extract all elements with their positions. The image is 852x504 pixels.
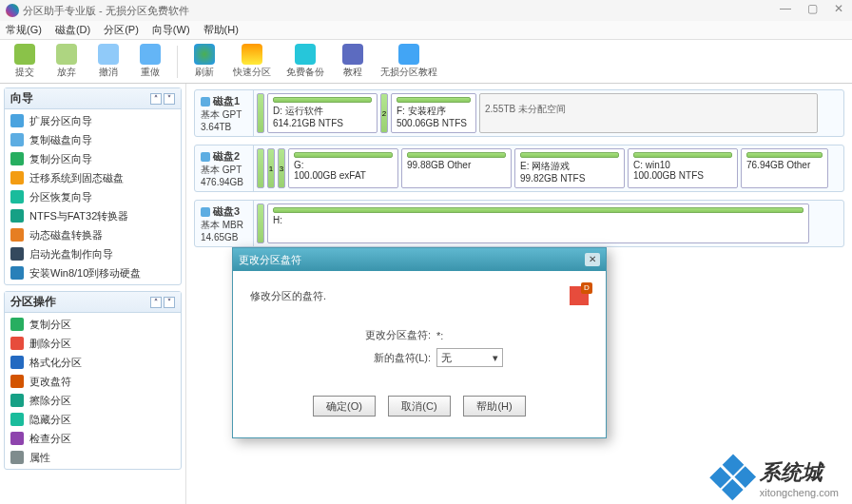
discard-button[interactable]: 放弃 [46, 42, 87, 82]
ops-item[interactable]: 隐藏分区 [5, 410, 181, 429]
disk-row: 磁盘3基本 MBR14.65GBH: [194, 200, 844, 247]
panel-up-icon[interactable]: ˄ [150, 93, 162, 105]
current-letter-label: 更改分区盘符: [336, 328, 431, 342]
action-icon [10, 247, 24, 261]
ops-item[interactable]: 检查分区 [5, 429, 181, 448]
new-letter-label: 新的盘符(L): [336, 351, 431, 365]
close-button[interactable]: ✕ [825, 2, 852, 19]
partition[interactable]: 76.94GB Other [741, 148, 828, 188]
ok-button[interactable]: 确定(O) [313, 396, 376, 417]
item-label: NTFS与FAT32转换器 [29, 209, 128, 223]
action-icon [10, 171, 24, 184]
action-icon [10, 432, 24, 445]
action-icon [10, 318, 24, 331]
lossless-tutorial-button[interactable]: 无损分区教程 [374, 42, 444, 82]
disk-info: 磁盘1基本 GPT3.64TB [195, 90, 254, 136]
redo-button[interactable]: 重做 [129, 42, 171, 82]
item-label: 启动光盘制作向导 [29, 247, 113, 262]
current-letter-value: *: [436, 330, 443, 341]
ops-item[interactable]: 复制分区 [5, 315, 181, 334]
menu-bar: 常规(G) 磁盘(D) 分区(P) 向导(W) 帮助(H) [0, 21, 852, 40]
partition-stub[interactable]: 1 [267, 148, 275, 188]
panel-down-icon[interactable]: ˅ [164, 297, 175, 308]
wizard-item[interactable]: 复制磁盘向导 [5, 130, 181, 149]
partition[interactable]: C: win10100.00GB NTFS [628, 148, 738, 188]
partition[interactable]: E: 网络游戏99.82GB NTFS [514, 148, 625, 188]
menu-partition[interactable]: 分区(P) [104, 23, 139, 37]
undo-button[interactable]: 撤消 [87, 42, 129, 82]
partition[interactable]: G:100.00GB exFAT [288, 148, 398, 188]
item-label: 删除分区 [29, 337, 71, 351]
action-icon [10, 266, 24, 280]
item-label: 更改盘符 [29, 375, 71, 389]
maximize-button[interactable]: ▢ [799, 2, 825, 19]
window-title: 分区助手专业版 - 无损分区免费软件 [23, 4, 189, 18]
minimize-button[interactable]: — [772, 2, 799, 19]
dialog-close-icon[interactable]: ✕ [585, 253, 600, 266]
item-label: 复制分区 [29, 318, 71, 332]
panel-down-icon[interactable]: ˅ [164, 93, 175, 105]
disk-row: 磁盘1基本 GPT3.64TBD: 运行软件614.21GB NTFS2F: 安… [194, 89, 844, 137]
unallocated-space[interactable]: 2.55TB 未分配空间 [479, 93, 818, 133]
partition[interactable]: F: 安装程序500.06GB NTFS [391, 93, 476, 133]
item-label: 安装Win8/10到移动硬盘 [29, 266, 141, 281]
wizard-item[interactable]: 扩展分区向导 [5, 111, 181, 130]
panel-up-icon[interactable]: ˄ [150, 297, 162, 308]
wizard-panel-title: 向导 [10, 90, 33, 107]
submit-button[interactable]: 提交 [4, 42, 46, 82]
item-label: 隐藏分区 [29, 413, 71, 427]
new-letter-select[interactable]: 无▾ [436, 348, 503, 367]
ops-item[interactable]: 更改盘符 [5, 372, 181, 391]
help-button[interactable]: 帮助(H) [463, 396, 526, 417]
toolbar: 提交 放弃 撤消 重做 刷新 快速分区 免费备份 教程 无损分区教程 [0, 40, 852, 84]
action-icon [10, 114, 24, 127]
partition-stub[interactable] [257, 93, 264, 133]
action-icon [10, 356, 24, 369]
wizard-item[interactable]: 动态磁盘转换器 [5, 225, 181, 244]
ops-item[interactable]: 删除分区 [5, 334, 181, 353]
wizard-item[interactable]: 启动光盘制作向导 [5, 244, 181, 263]
disk-icon [201, 152, 210, 162]
partition[interactable]: D: 运行软件614.21GB NTFS [267, 93, 378, 133]
menu-wizard[interactable]: 向导(W) [152, 23, 190, 37]
disk-icon [201, 97, 210, 107]
partition-stub[interactable]: 3 [278, 148, 285, 188]
action-icon [10, 228, 24, 242]
partition[interactable]: H: [267, 204, 809, 243]
ops-item[interactable]: 属性 [5, 448, 181, 467]
free-backup-button[interactable]: 免费备份 [279, 42, 332, 82]
ops-item[interactable]: 擦除分区 [5, 391, 181, 410]
refresh-button[interactable]: 刷新 [184, 42, 225, 82]
cancel-button[interactable]: 取消(C) [388, 396, 451, 417]
item-label: 擦除分区 [29, 394, 71, 408]
wizard-item[interactable]: 复制分区向导 [5, 149, 181, 168]
partition-stub[interactable]: 2 [380, 93, 388, 133]
action-icon [10, 209, 24, 223]
action-icon [10, 375, 24, 388]
disk-icon [201, 207, 210, 217]
action-icon [10, 337, 24, 350]
menu-general[interactable]: 常规(G) [6, 23, 42, 37]
chevron-down-icon: ▾ [493, 352, 498, 364]
partition-stub[interactable] [257, 148, 264, 188]
menu-help[interactable]: 帮助(H) [203, 23, 239, 37]
wizard-item[interactable]: 安装Win8/10到移动硬盘 [5, 263, 181, 282]
item-label: 属性 [29, 451, 50, 465]
watermark-logo-icon [708, 455, 757, 503]
partition[interactable]: 99.88GB Other [401, 148, 512, 188]
menu-disk[interactable]: 磁盘(D) [55, 23, 90, 37]
change-letter-dialog: 更改分区盘符 ✕ 修改分区的盘符. 更改分区盘符: *: 新的盘符(L): 无▾… [232, 247, 607, 438]
item-label: 扩展分区向导 [29, 114, 92, 128]
action-icon [10, 190, 24, 204]
wizard-item[interactable]: 分区恢复向导 [5, 187, 181, 206]
partition-stub[interactable] [257, 204, 264, 243]
tutorial-button[interactable]: 教程 [332, 42, 374, 82]
ops-item[interactable]: 格式化分区 [5, 353, 181, 372]
wizard-item[interactable]: NTFS与FAT32转换器 [5, 206, 181, 225]
wizard-item[interactable]: 迁移系统到固态磁盘 [5, 168, 181, 187]
ops-panel: 分区操作 ˄˅ 复制分区删除分区格式化分区更改盘符擦除分区隐藏分区检查分区属性 [4, 291, 182, 470]
dialog-subtitle: 修改分区的盘符. [250, 289, 326, 303]
dialog-title: 更改分区盘符 [239, 253, 301, 267]
item-label: 迁移系统到固态磁盘 [29, 171, 124, 185]
quick-partition-button[interactable]: 快速分区 [225, 42, 279, 82]
